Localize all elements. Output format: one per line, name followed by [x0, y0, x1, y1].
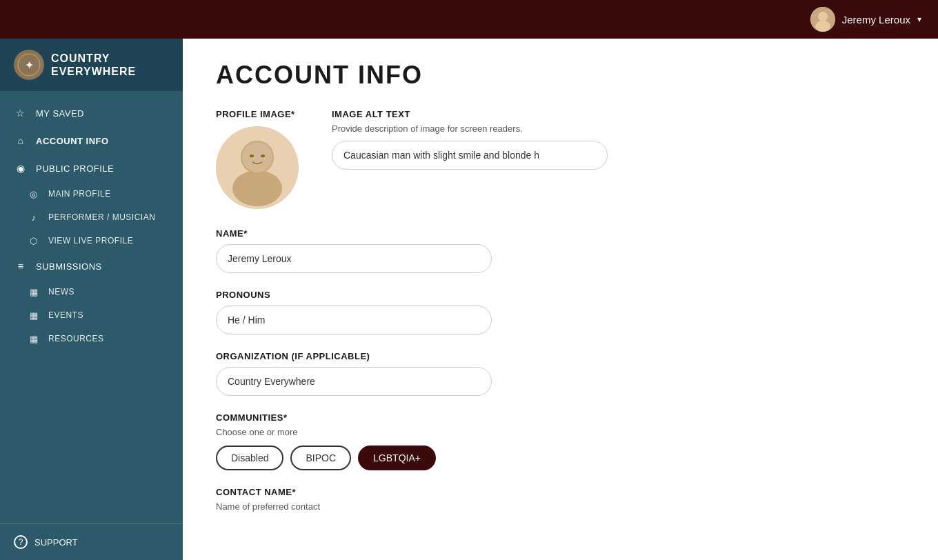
sidebar-item-main-profile[interactable]: ◎ Main Profile: [14, 182, 183, 206]
sidebar-item-label: My Saved: [36, 108, 84, 119]
main-content: Account Info Profile Image*: [183, 39, 938, 560]
news-events-subnav: ▦ News ▦ Events ▦ Resources: [0, 280, 183, 350]
sidebar-subitem-label: News: [48, 287, 74, 297]
profile-subnav: ◎ Main Profile ♪ Performer / Musician ⬡ …: [0, 182, 183, 252]
music-icon: ♪: [28, 211, 40, 223]
topbar: Jeremy Leroux ▾: [0, 0, 938, 39]
svg-point-7: [232, 170, 282, 206]
organization-input[interactable]: [216, 367, 492, 396]
name-section: Name*: [216, 228, 905, 273]
sidebar-item-submissions[interactable]: ≡ Submissions: [0, 252, 183, 280]
sidebar-subitem-label: Events: [48, 310, 83, 320]
profile-image-col: Profile Image*: [216, 109, 299, 209]
user-menu[interactable]: Jeremy Leroux ▾: [810, 7, 921, 32]
contact-name-label: Contact Name*: [216, 487, 905, 497]
svg-point-10: [261, 154, 265, 157]
profile-icon: ◉: [14, 161, 28, 175]
image-alt-hint: Provide description of image for screen …: [332, 123, 905, 134]
image-alt-text-input[interactable]: [332, 141, 608, 170]
svg-text:✦: ✦: [25, 59, 34, 71]
sidebar-subitem-label: Main Profile: [48, 189, 111, 199]
sidebar-item-label: Account Info: [36, 136, 109, 146]
star-icon: ☆: [14, 106, 28, 120]
sidebar-item-my-saved[interactable]: ☆ My Saved: [0, 99, 183, 127]
avatar: [810, 7, 835, 32]
contact-name-section: Contact Name* Name of preferred contact: [216, 487, 905, 512]
news-icon: ▦: [28, 286, 40, 298]
name-label: Name*: [216, 228, 905, 239]
external-link-icon: ⬡: [28, 234, 40, 247]
sidebar-item-events[interactable]: ▦ Events: [14, 303, 183, 327]
community-tag-lgbtqia[interactable]: LGBTQIA+: [358, 446, 436, 470]
circle-icon: ◎: [28, 188, 40, 200]
pronouns-section: Pronouns: [216, 290, 905, 334]
sidebar-item-news[interactable]: ▦ News: [14, 280, 183, 303]
community-tag-bipoc[interactable]: BIPOC: [290, 446, 351, 470]
svg-point-8: [242, 142, 272, 172]
resources-icon: ▦: [28, 332, 40, 345]
sidebar-subitem-label: View Live Profile: [48, 236, 133, 246]
sidebar-bottom: ? Support: [0, 523, 183, 560]
support-icon: ?: [14, 535, 28, 549]
sidebar-item-resources[interactable]: ▦ Resources: [14, 327, 183, 350]
sidebar-item-account-info[interactable]: ⌂ Account Info: [0, 127, 183, 154]
community-tag-disabled[interactable]: Disabled: [216, 446, 283, 470]
profile-avatar[interactable]: [216, 126, 299, 209]
organization-section: Organization (If Applicable): [216, 351, 905, 396]
pronouns-input[interactable]: [216, 306, 492, 334]
pronouns-label: Pronouns: [216, 290, 905, 300]
add-list-icon: ≡: [14, 259, 28, 273]
community-tags: Disabled BIPOC LGBTQIA+: [216, 446, 905, 470]
username-label: Jeremy Leroux: [842, 14, 910, 26]
logo-text: COUNTRYEVERYWHERE: [51, 52, 136, 78]
sidebar-item-view-live-profile[interactable]: ⬡ View Live Profile: [14, 229, 183, 252]
communities-section: Communities* Choose one or more Disabled…: [216, 412, 905, 470]
events-icon: ▦: [28, 309, 40, 321]
sidebar-item-public-profile[interactable]: ◉ Public Profile: [0, 154, 183, 182]
sidebar-item-support[interactable]: ? Support: [14, 535, 169, 549]
logo-icon: ✦: [14, 50, 44, 80]
sidebar-subitem-label: Performer / Musician: [48, 212, 155, 222]
sidebar: ✦ COUNTRYEVERYWHERE ☆ My Saved ⌂ Account…: [0, 39, 183, 560]
support-label: Support: [34, 537, 78, 548]
image-alt-col: Image Alt Text Provide description of im…: [332, 109, 905, 170]
home-icon: ⌂: [14, 134, 28, 148]
organization-label: Organization (If Applicable): [216, 351, 905, 361]
sidebar-item-label: Public Profile: [36, 163, 114, 174]
svg-point-1: [818, 12, 828, 21]
chevron-down-icon: ▾: [917, 14, 921, 24]
profile-image-label: Profile Image*: [216, 109, 295, 119]
contact-name-hint: Name of preferred contact: [216, 501, 905, 512]
sidebar-logo[interactable]: ✦ COUNTRYEVERYWHERE: [0, 39, 183, 91]
communities-label: Communities*: [216, 412, 905, 423]
sidebar-subitem-label: Resources: [48, 334, 104, 343]
profile-image-section: Profile Image* Image Alt Text: [216, 109, 905, 209]
sidebar-item-label: Submissions: [36, 261, 102, 272]
name-input[interactable]: [216, 244, 492, 273]
svg-point-9: [250, 154, 254, 157]
svg-point-2: [815, 21, 830, 32]
sidebar-item-performer-musician[interactable]: ♪ Performer / Musician: [14, 206, 183, 229]
communities-hint: Choose one or more: [216, 427, 905, 437]
page-title: Account Info: [216, 61, 905, 90]
sidebar-nav: ☆ My Saved ⌂ Account Info ◉ Public Profi…: [0, 91, 183, 523]
image-alt-text-label: Image Alt Text: [332, 109, 905, 119]
